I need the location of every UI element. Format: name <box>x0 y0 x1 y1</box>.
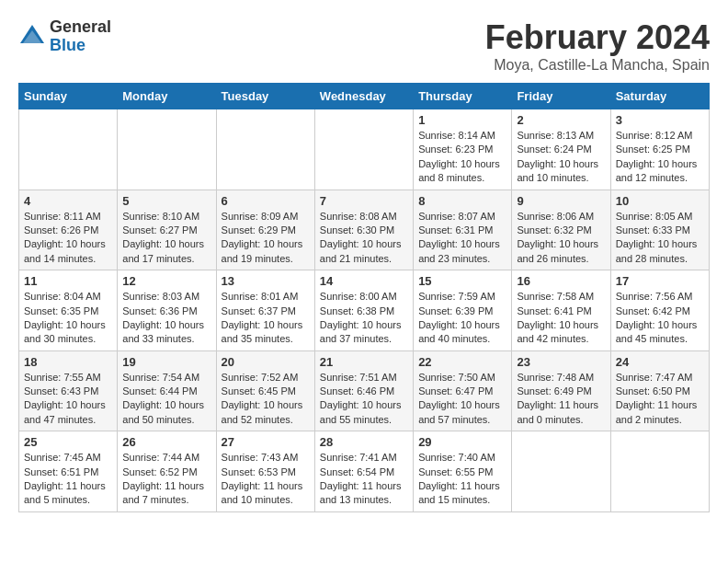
weekday-header-wednesday: Wednesday <box>314 84 413 109</box>
week-row-4: 18Sunrise: 7:55 AM Sunset: 6:43 PM Dayli… <box>19 350 710 431</box>
title-block: February 2024 Moya, Castille-La Mancha, … <box>485 18 710 74</box>
day-info: Sunrise: 8:13 AM Sunset: 6:24 PM Dayligh… <box>517 129 605 186</box>
calendar-cell: 3Sunrise: 8:12 AM Sunset: 6:25 PM Daylig… <box>610 109 709 190</box>
calendar-cell: 23Sunrise: 7:48 AM Sunset: 6:49 PM Dayli… <box>512 350 610 431</box>
calendar-cell <box>118 109 216 190</box>
day-info: Sunrise: 7:48 AM Sunset: 6:49 PM Dayligh… <box>517 371 605 428</box>
weekday-header-friday: Friday <box>512 84 610 109</box>
day-number: 26 <box>122 435 210 449</box>
calendar-cell: 19Sunrise: 7:54 AM Sunset: 6:44 PM Dayli… <box>118 350 216 431</box>
weekday-header-tuesday: Tuesday <box>216 84 314 109</box>
day-number: 23 <box>517 355 605 369</box>
day-info: Sunrise: 8:01 AM Sunset: 6:37 PM Dayligh… <box>222 290 310 347</box>
day-info: Sunrise: 7:54 AM Sunset: 6:44 PM Dayligh… <box>122 371 210 428</box>
day-info: Sunrise: 7:41 AM Sunset: 6:54 PM Dayligh… <box>320 451 408 508</box>
month-title: February 2024 <box>485 18 710 57</box>
page-header: General Blue February 2024 Moya, Castill… <box>18 18 710 74</box>
calendar-cell: 13Sunrise: 8:01 AM Sunset: 6:37 PM Dayli… <box>216 270 314 351</box>
day-number: 9 <box>517 194 605 208</box>
day-info: Sunrise: 8:09 AM Sunset: 6:29 PM Dayligh… <box>222 210 310 267</box>
week-row-1: 1Sunrise: 8:14 AM Sunset: 6:23 PM Daylig… <box>19 109 710 190</box>
day-number: 13 <box>222 274 310 288</box>
calendar-cell: 18Sunrise: 7:55 AM Sunset: 6:43 PM Dayli… <box>19 350 118 431</box>
calendar-cell: 16Sunrise: 7:58 AM Sunset: 6:41 PM Dayli… <box>512 270 610 351</box>
day-info: Sunrise: 7:47 AM Sunset: 6:50 PM Dayligh… <box>616 371 704 428</box>
calendar-cell: 15Sunrise: 7:59 AM Sunset: 6:39 PM Dayli… <box>414 270 512 351</box>
calendar-cell: 26Sunrise: 7:44 AM Sunset: 6:52 PM Dayli… <box>118 431 216 512</box>
day-info: Sunrise: 8:14 AM Sunset: 6:23 PM Dayligh… <box>418 129 506 186</box>
day-info: Sunrise: 7:43 AM Sunset: 6:53 PM Dayligh… <box>222 451 310 508</box>
day-info: Sunrise: 8:10 AM Sunset: 6:27 PM Dayligh… <box>122 210 210 267</box>
day-info: Sunrise: 7:51 AM Sunset: 6:46 PM Dayligh… <box>320 371 408 428</box>
calendar-cell: 6Sunrise: 8:09 AM Sunset: 6:29 PM Daylig… <box>216 190 314 270</box>
logo: General Blue <box>18 18 111 55</box>
calendar-cell: 22Sunrise: 7:50 AM Sunset: 6:47 PM Dayli… <box>414 350 512 431</box>
calendar-cell: 11Sunrise: 8:04 AM Sunset: 6:35 PM Dayli… <box>19 270 118 351</box>
day-info: Sunrise: 8:08 AM Sunset: 6:30 PM Dayligh… <box>320 210 408 267</box>
day-number: 5 <box>122 194 210 208</box>
day-info: Sunrise: 8:00 AM Sunset: 6:38 PM Dayligh… <box>320 290 408 347</box>
day-number: 3 <box>616 113 704 127</box>
calendar-cell <box>314 109 413 190</box>
week-row-5: 25Sunrise: 7:45 AM Sunset: 6:51 PM Dayli… <box>19 431 710 512</box>
day-info: Sunrise: 8:06 AM Sunset: 6:32 PM Dayligh… <box>517 210 605 267</box>
day-info: Sunrise: 7:59 AM Sunset: 6:39 PM Dayligh… <box>418 290 506 347</box>
day-number: 20 <box>222 355 310 369</box>
day-number: 10 <box>616 194 704 208</box>
day-number: 15 <box>418 274 506 288</box>
day-number: 7 <box>320 194 408 208</box>
calendar-cell: 17Sunrise: 7:56 AM Sunset: 6:42 PM Dayli… <box>610 270 709 351</box>
day-info: Sunrise: 8:11 AM Sunset: 6:26 PM Dayligh… <box>24 210 112 267</box>
day-info: Sunrise: 7:40 AM Sunset: 6:55 PM Dayligh… <box>418 451 506 508</box>
day-number: 21 <box>320 355 408 369</box>
day-number: 17 <box>616 274 704 288</box>
calendar-cell: 28Sunrise: 7:41 AM Sunset: 6:54 PM Dayli… <box>314 431 413 512</box>
day-number: 25 <box>24 435 112 449</box>
day-info: Sunrise: 8:12 AM Sunset: 6:25 PM Dayligh… <box>616 129 704 186</box>
day-info: Sunrise: 8:04 AM Sunset: 6:35 PM Dayligh… <box>24 290 112 347</box>
calendar-cell: 9Sunrise: 8:06 AM Sunset: 6:32 PM Daylig… <box>512 190 610 270</box>
day-info: Sunrise: 7:55 AM Sunset: 6:43 PM Dayligh… <box>24 371 112 428</box>
day-number: 2 <box>517 113 605 127</box>
day-number: 29 <box>418 435 506 449</box>
day-info: Sunrise: 7:56 AM Sunset: 6:42 PM Dayligh… <box>616 290 704 347</box>
day-number: 6 <box>222 194 310 208</box>
calendar-cell: 1Sunrise: 8:14 AM Sunset: 6:23 PM Daylig… <box>414 109 512 190</box>
calendar-cell: 29Sunrise: 7:40 AM Sunset: 6:55 PM Dayli… <box>414 431 512 512</box>
weekday-header-saturday: Saturday <box>610 84 709 109</box>
calendar-cell <box>216 109 314 190</box>
logo-blue: Blue <box>50 37 111 55</box>
day-info: Sunrise: 7:50 AM Sunset: 6:47 PM Dayligh… <box>418 371 506 428</box>
day-info: Sunrise: 8:03 AM Sunset: 6:36 PM Dayligh… <box>122 290 210 347</box>
week-row-3: 11Sunrise: 8:04 AM Sunset: 6:35 PM Dayli… <box>19 270 710 351</box>
day-number: 16 <box>517 274 605 288</box>
day-info: Sunrise: 8:05 AM Sunset: 6:33 PM Dayligh… <box>616 210 704 267</box>
weekday-header-monday: Monday <box>118 84 216 109</box>
calendar-cell: 12Sunrise: 8:03 AM Sunset: 6:36 PM Dayli… <box>118 270 216 351</box>
day-number: 24 <box>616 355 704 369</box>
day-info: Sunrise: 7:44 AM Sunset: 6:52 PM Dayligh… <box>122 451 210 508</box>
day-number: 14 <box>320 274 408 288</box>
location: Moya, Castille-La Mancha, Spain <box>485 57 710 74</box>
day-number: 11 <box>24 274 112 288</box>
calendar-cell: 10Sunrise: 8:05 AM Sunset: 6:33 PM Dayli… <box>610 190 709 270</box>
weekday-header-thursday: Thursday <box>414 84 512 109</box>
day-number: 18 <box>24 355 112 369</box>
day-number: 27 <box>222 435 310 449</box>
day-number: 12 <box>122 274 210 288</box>
calendar-cell: 24Sunrise: 7:47 AM Sunset: 6:50 PM Dayli… <box>610 350 709 431</box>
day-number: 28 <box>320 435 408 449</box>
day-number: 8 <box>418 194 506 208</box>
logo-icon <box>18 23 46 51</box>
logo-text: General Blue <box>50 18 111 55</box>
calendar-cell: 5Sunrise: 8:10 AM Sunset: 6:27 PM Daylig… <box>118 190 216 270</box>
calendar-cell <box>512 431 610 512</box>
logo-general: General <box>50 18 111 37</box>
day-number: 19 <box>122 355 210 369</box>
calendar-cell: 8Sunrise: 8:07 AM Sunset: 6:31 PM Daylig… <box>414 190 512 270</box>
calendar-cell <box>19 109 118 190</box>
day-info: Sunrise: 7:45 AM Sunset: 6:51 PM Dayligh… <box>24 451 112 508</box>
calendar-cell: 20Sunrise: 7:52 AM Sunset: 6:45 PM Dayli… <box>216 350 314 431</box>
calendar-cell: 4Sunrise: 8:11 AM Sunset: 6:26 PM Daylig… <box>19 190 118 270</box>
calendar-cell: 7Sunrise: 8:08 AM Sunset: 6:30 PM Daylig… <box>314 190 413 270</box>
